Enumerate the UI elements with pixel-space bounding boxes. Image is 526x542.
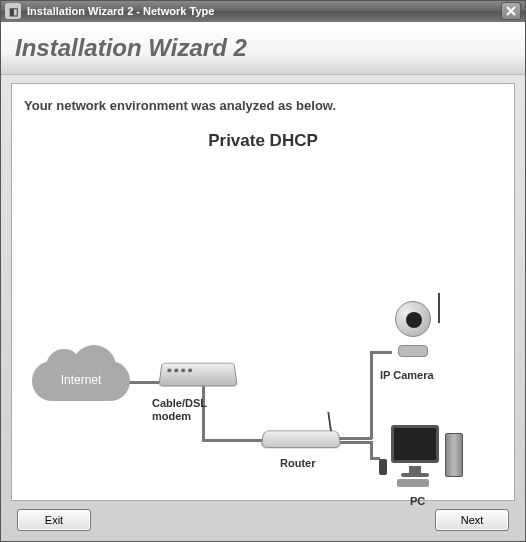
titlebar[interactable]: ◧ Installation Wizard 2 - Network Type xyxy=(1,1,525,22)
main-panel: Your network environment was analyzed as… xyxy=(11,83,515,501)
internet-cloud-icon: Internet xyxy=(32,361,130,407)
wire-router-camera-v xyxy=(370,351,373,439)
pc-icon xyxy=(377,425,467,487)
close-button[interactable] xyxy=(501,2,521,20)
ip-camera-icon xyxy=(390,301,436,357)
header-band: Installation Wizard 2 xyxy=(1,22,525,75)
page-title: Installation Wizard 2 xyxy=(15,34,511,62)
close-icon xyxy=(506,6,516,16)
network-diagram: Internet Cable/DSL modem Router xyxy=(32,249,452,479)
router-icon xyxy=(260,431,341,449)
modem-icon xyxy=(158,363,238,387)
pc-label: PC xyxy=(410,495,425,507)
wire-router-pc-h xyxy=(338,441,372,444)
next-button[interactable]: Next xyxy=(435,509,509,531)
window-title: Installation Wizard 2 - Network Type xyxy=(27,5,501,17)
wire-router-camera-h xyxy=(338,437,372,440)
ip-camera-label: IP Camera xyxy=(380,369,434,381)
router-label: Router xyxy=(280,457,315,469)
wire-modem-router-h xyxy=(202,439,264,442)
button-bar: Exit Next xyxy=(1,507,525,541)
app-icon: ◧ xyxy=(5,3,21,19)
exit-button[interactable]: Exit xyxy=(17,509,91,531)
modem-label: Cable/DSL modem xyxy=(152,397,207,423)
wire-camera-stub xyxy=(370,351,392,354)
analysis-message: Your network environment was analyzed as… xyxy=(24,98,502,113)
installer-window: ◧ Installation Wizard 2 - Network Type I… xyxy=(0,0,526,542)
content-area: Your network environment was analyzed as… xyxy=(1,75,525,507)
network-type-label: Private DHCP xyxy=(24,131,502,151)
internet-label: Internet xyxy=(32,373,130,387)
